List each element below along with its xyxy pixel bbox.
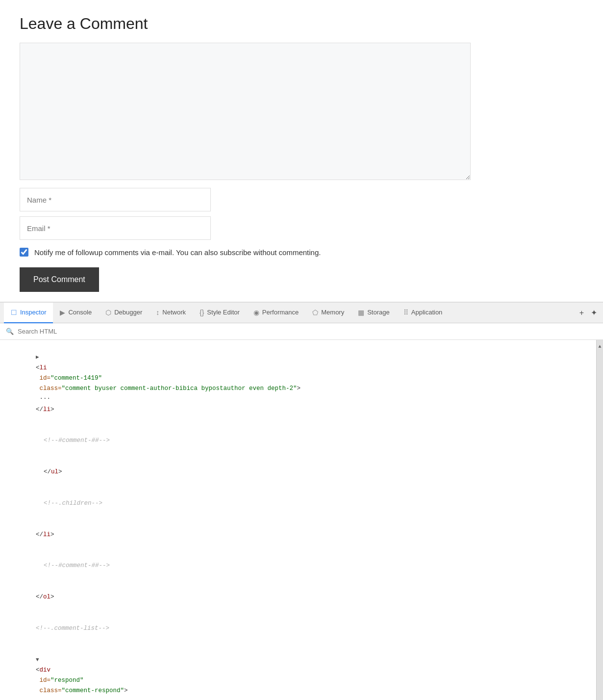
name-input[interactable] <box>20 188 211 211</box>
tab-style-editor[interactable]: {} Style Editor <box>193 303 247 323</box>
html-line: </li> <box>0 519 595 550</box>
tab-network-label: Network <box>162 309 186 316</box>
tab-memory[interactable]: ⬠ Memory <box>305 303 351 323</box>
tab-application-label: Application <box>411 309 443 316</box>
debugger-icon: ⬡ <box>105 309 111 316</box>
html-line: ▼ <div id="respond" class="comment-respo… <box>0 644 595 700</box>
notify-checkbox[interactable] <box>20 248 28 257</box>
tab-inspector[interactable]: ☐ Inspector <box>4 303 53 323</box>
tab-network[interactable]: ↕ Network <box>149 303 193 323</box>
tab-application[interactable]: ⠿ Application <box>397 303 450 323</box>
tab-storage-label: Storage <box>367 309 390 316</box>
console-icon: ▶ <box>60 309 65 316</box>
network-icon: ↕ <box>156 309 159 316</box>
tab-console[interactable]: ▶ Console <box>53 303 99 323</box>
html-search-input[interactable] <box>18 328 597 335</box>
html-scrollbar[interactable]: ▲ ▼ <box>596 340 603 700</box>
html-line: ▶ <li id="comment-1419" class="comment b… <box>0 342 595 425</box>
add-element-button[interactable]: + <box>578 308 586 318</box>
html-line: <!--.comment-list--> <box>0 613 595 645</box>
html-line: </ul> <box>0 457 595 488</box>
scroll-up-arrow[interactable]: ▲ <box>597 342 603 351</box>
application-icon: ⠿ <box>403 309 408 316</box>
style-editor-icon: {} <box>200 309 204 316</box>
devtools-action-buttons: + ✦ <box>578 307 599 318</box>
html-panel: ▶ <li id="comment-1419" class="comment b… <box>0 340 603 700</box>
storage-icon: ▦ <box>358 309 364 316</box>
post-comment-button[interactable]: Post Comment <box>20 267 99 292</box>
memory-icon: ⬠ <box>312 309 318 316</box>
tab-inspector-label: Inspector <box>20 309 46 316</box>
tab-debugger[interactable]: ⬡ Debugger <box>99 303 149 323</box>
devtools-panel: ☐ Inspector ▶ Console ⬡ Debugger ↕ Netwo… <box>0 302 603 700</box>
checkbox-label: Notify me of followup comments via e-mai… <box>34 248 321 257</box>
search-icon: 🔍 <box>6 328 14 335</box>
tab-storage[interactable]: ▦ Storage <box>351 303 397 323</box>
comment-textarea[interactable] <box>20 43 471 180</box>
html-line: </ol> <box>0 582 595 613</box>
inspector-icon: ☐ <box>11 309 17 316</box>
html-line: <!--.children--> <box>0 488 595 519</box>
page-content: Leave a Comment Notify me of followup co… <box>0 0 495 302</box>
tab-performance[interactable]: ◉ Performance <box>247 303 305 323</box>
performance-icon: ◉ <box>253 309 259 316</box>
pick-element-button[interactable]: ✦ <box>589 307 599 318</box>
page-title: Leave a Comment <box>20 15 476 33</box>
email-input[interactable] <box>20 216 211 240</box>
html-line: <!--#comment-##--> <box>0 550 595 582</box>
html-line: <!--#comment-##--> <box>0 425 595 457</box>
tab-debugger-label: Debugger <box>114 309 142 316</box>
tab-console-label: Console <box>68 309 92 316</box>
tab-style-editor-label: Style Editor <box>207 309 239 316</box>
tab-performance-label: Performance <box>262 309 299 316</box>
checkbox-row: Notify me of followup comments via e-mai… <box>20 248 476 257</box>
tab-memory-label: Memory <box>321 309 344 316</box>
html-search-bar: 🔍 <box>0 323 603 340</box>
devtools-toolbar: ☐ Inspector ▶ Console ⬡ Debugger ↕ Netwo… <box>0 303 603 323</box>
